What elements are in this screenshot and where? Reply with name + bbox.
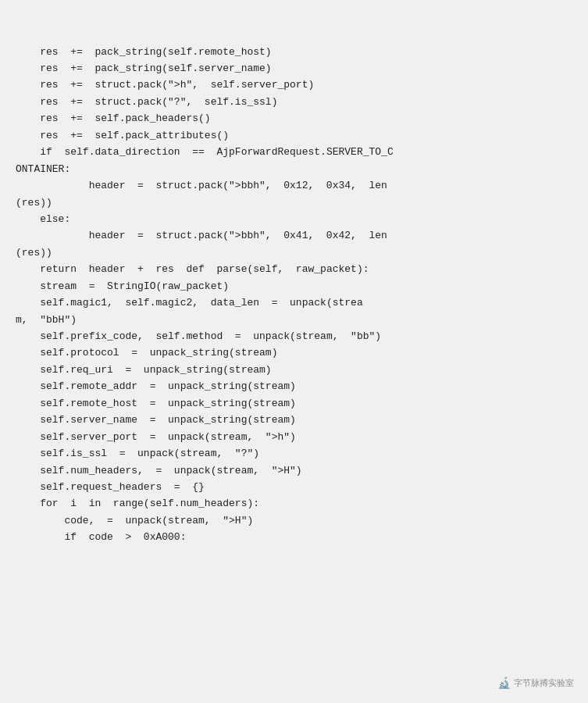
code-line: else: [16, 211, 572, 227]
code-line: code, = unpack(stream, ">H") [16, 512, 572, 529]
code-line: stream = StringIO(raw_packet) [16, 278, 572, 294]
code-line: self.is_ssl = unpack(stream, "?") [16, 445, 572, 462]
code-line: m, "bbH") [16, 312, 572, 328]
code-line: header = struct.pack(">bbh", 0x41, 0x42,… [16, 227, 572, 244]
code-line: (res)) [16, 244, 572, 261]
code-line: res += self.pack_attributes() [16, 127, 572, 144]
code-line: res += pack_string(self.remote_host) [16, 44, 572, 60]
code-line: res += self.pack_headers() [16, 110, 572, 127]
watermark: 🔬 字节脉搏实验室 [497, 676, 574, 689]
code-line: (res)) [16, 194, 572, 211]
code-line: self.prefix_code, self.method = unpack(s… [16, 328, 572, 344]
code-line: for i in range(self.num_headers): [16, 495, 572, 512]
code-line: self.remote_addr = unpack_string(stream) [16, 378, 572, 394]
code-line: self.request_headers = {} [16, 479, 572, 495]
code-block: res += pack_string(self.remote_host) res… [0, 8, 588, 549]
code-line: self.num_headers, = unpack(stream, ">H") [16, 462, 572, 479]
code-line: if code > 0xA000: [16, 529, 572, 545]
code-line: self.magic1, self.magic2, data_len = unp… [16, 294, 572, 311]
code-line: self.server_port = unpack(stream, ">h") [16, 429, 572, 445]
code-line: self.server_name = unpack_string(stream) [16, 412, 572, 428]
watermark-icon: 🔬 [497, 676, 511, 689]
code-line: header = struct.pack(">bbh", 0x12, 0x34,… [16, 177, 572, 194]
code-line: res += struct.pack(">h", self.server_por… [16, 77, 572, 93]
code-line: res += struct.pack("?", self.is_ssl) [16, 94, 572, 110]
watermark-text: 字节脉搏实验室 [514, 677, 574, 689]
code-line: self.protocol = unpack_string(stream) [16, 344, 572, 361]
code-line: if self.data_direction == AjpForwardRequ… [16, 144, 572, 160]
code-line: ONTAINER: [16, 161, 572, 177]
code-line: self.remote_host = unpack_string(stream) [16, 395, 572, 412]
code-line: res += pack_string(self.server_name) [16, 60, 572, 77]
code-line: return header + res def parse(self, raw_… [16, 261, 572, 277]
code-line: self.req_uri = unpack_string(stream) [16, 362, 572, 378]
code-container: res += pack_string(self.remote_host) res… [0, 0, 588, 703]
